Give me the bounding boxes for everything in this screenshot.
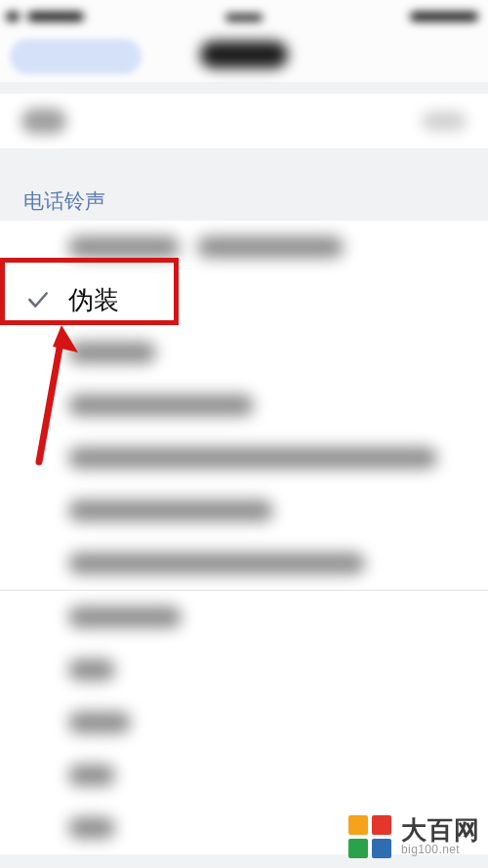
status-center (225, 8, 263, 25)
list-item[interactable] (0, 221, 488, 273)
vibration-label (21, 108, 66, 134)
logo-sq-br (372, 839, 391, 858)
watermark-text-en: big100.net (401, 844, 480, 856)
logo-sq-bl (348, 839, 368, 858)
list-item-selected[interactable]: 伪装 (0, 273, 488, 326)
check-icon (25, 287, 68, 312)
nav-bar (0, 33, 488, 82)
list-item[interactable] (0, 537, 488, 590)
list-item[interactable] (0, 326, 488, 379)
list-item[interactable] (0, 749, 488, 802)
selected-ringtone-label: 伪装 (68, 283, 119, 317)
vibration-row[interactable] (0, 94, 488, 148)
list-item[interactable] (0, 484, 488, 537)
list-item[interactable] (0, 432, 488, 484)
status-left (6, 8, 84, 25)
watermark-logo (346, 813, 393, 860)
status-right (410, 8, 478, 25)
list-item[interactable] (0, 696, 488, 749)
status-bar (0, 0, 488, 33)
section-header-ringtones: 电话铃声 (0, 170, 488, 221)
ringtone-list: 伪装 (0, 221, 488, 854)
page-title (200, 41, 288, 68)
logo-sq-tr (372, 815, 391, 835)
back-button[interactable] (10, 39, 142, 74)
watermark-text-cn: 大百网 (401, 817, 480, 844)
logo-sq-tl (348, 815, 368, 835)
vibration-value (422, 111, 467, 131)
watermark: 大百网 big100.net (346, 813, 480, 860)
list-item[interactable] (0, 591, 488, 643)
list-item[interactable] (0, 643, 488, 696)
list-item[interactable] (0, 379, 488, 432)
